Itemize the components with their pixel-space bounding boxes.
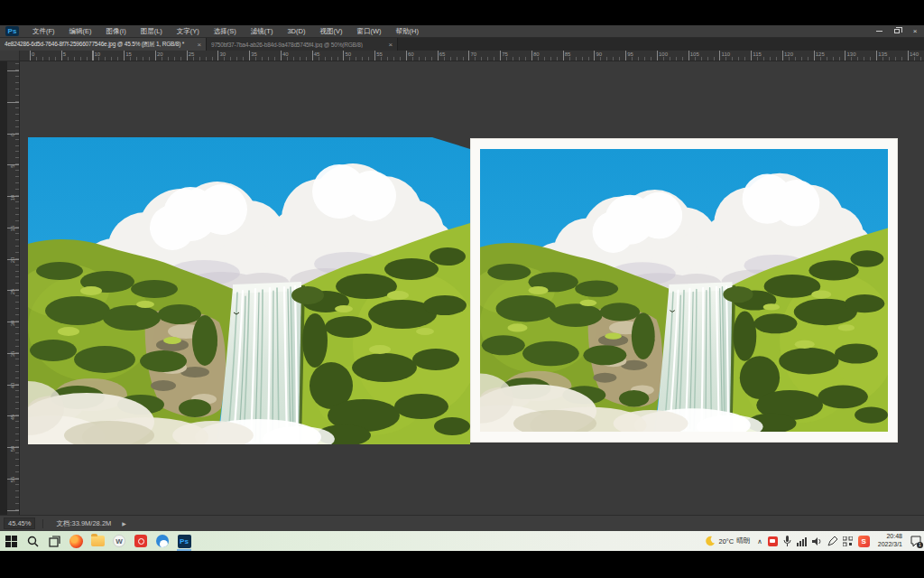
restore-button[interactable]	[888, 25, 906, 38]
network-icon[interactable]	[794, 531, 809, 551]
weather-condition[interactable]: 晴朗	[736, 536, 750, 545]
document-tab-active[interactable]: 4e824286-6d5d-7646-8f7f-25966077546e.jpg…	[0, 38, 207, 51]
document-tabbar: 4e824286-6d5d-7646-8f7f-25966077546e.jpg…	[0, 38, 924, 51]
waterfall-painting	[28, 137, 470, 444]
menu-image[interactable]: 图像(I)	[99, 25, 134, 38]
menu-type[interactable]: 文字(Y)	[170, 25, 207, 38]
taskbar-clock[interactable]: 20:48 2022/3/1	[873, 533, 908, 549]
restore-icon	[894, 29, 900, 33]
menubar: Ps 文件(F) 编辑(E) 图像(I) 图层(L) 文字(Y) 选择(S) 滤…	[0, 25, 924, 38]
microphone-icon[interactable]	[781, 531, 794, 551]
taskbar-red-app-button[interactable]	[130, 531, 152, 551]
menu-3d[interactable]: 3D(D)	[280, 25, 312, 38]
ruler-corner	[0, 51, 20, 61]
taskbar-browser-button[interactable]	[65, 531, 87, 551]
pasteboard-corner-wedge	[432, 137, 470, 150]
reference-photo-frame[interactable]	[470, 138, 898, 443]
document-tab-inactive[interactable]: 9750bf37-7ba4-ab26-b84d-9a478d5745f4.jpg…	[207, 38, 398, 51]
taskbar-blue-app-button[interactable]	[152, 531, 173, 551]
sogou-input-icon[interactable]: S	[855, 531, 873, 551]
weather-temperature[interactable]: 20°C	[718, 537, 734, 545]
start-button[interactable]	[0, 531, 22, 551]
menu-window[interactable]: 窗口(W)	[349, 25, 388, 38]
window-controls: ×	[870, 25, 924, 38]
ruler-v[interactable]: 0510152025303540455055	[7, 61, 20, 515]
pen-input-icon[interactable]	[825, 531, 840, 551]
folder-icon	[91, 536, 105, 546]
panel-edge	[0, 61, 7, 515]
notification-badge: 1	[917, 542, 923, 548]
tab-title: 9750bf37-7ba4-ab26-b84d-9a478d5745f4.jpg…	[211, 42, 385, 48]
windows-logo-icon	[5, 536, 17, 547]
ruler-h[interactable]: 0510152025303540455055606570758085909510…	[20, 51, 924, 61]
red-circle-app-icon	[134, 535, 147, 547]
document-canvas-left[interactable]	[28, 137, 470, 444]
file-explorer-button[interactable]	[87, 531, 108, 551]
task-view-button[interactable]	[43, 531, 65, 551]
menu-filter[interactable]: 滤镜(T)	[244, 25, 281, 38]
minimize-icon	[876, 31, 882, 32]
menu-help[interactable]: 帮助(H)	[389, 25, 426, 38]
search-icon	[27, 536, 39, 547]
menu-select[interactable]: 选择(S)	[207, 25, 244, 38]
menu-file[interactable]: 文件(F)	[25, 25, 62, 38]
letterbox-top	[0, 0, 924, 25]
statusbar-options-arrow[interactable]: ▶	[122, 520, 126, 527]
tray-bilibili-icon[interactable]	[765, 531, 781, 551]
system-tray: 20°C 晴朗 ∧ S	[702, 531, 924, 551]
tab-close-icon[interactable]: ×	[198, 41, 201, 49]
qr-scan-icon[interactable]	[840, 531, 855, 551]
action-center-button[interactable]: 1	[908, 531, 924, 551]
letterbox-bottom	[0, 551, 924, 578]
clock-time: 20:48	[886, 533, 902, 541]
reference-photo	[480, 149, 888, 432]
w-app-icon: W	[113, 535, 125, 547]
taskbar-search-button[interactable]	[22, 531, 43, 551]
statusbar-divider	[42, 519, 43, 528]
canvas-pasteboard[interactable]	[20, 61, 924, 515]
taskbar-w-app-button[interactable]: W	[108, 531, 130, 551]
screen: Ps 文件(F) 编辑(E) 图像(I) 图层(L) 文字(Y) 选择(S) 滤…	[0, 0, 924, 578]
zoom-level-field[interactable]: 45.45%	[4, 517, 35, 529]
tab-title: 4e824286-6d5d-7646-8f7f-25966077546e.jpg…	[5, 41, 194, 49]
weather-moon-icon[interactable]	[702, 531, 718, 551]
task-view-icon	[49, 536, 60, 547]
taskbar-photoshop-button[interactable]: Ps	[173, 531, 195, 551]
photoshop-logo-icon[interactable]: Ps	[5, 26, 19, 36]
speaker-icon[interactable]	[809, 531, 825, 551]
waterfall-painting-reference	[480, 149, 888, 432]
menu-edit[interactable]: 编辑(E)	[62, 25, 99, 38]
tab-close-icon[interactable]: ×	[389, 41, 393, 49]
photoshop-app-icon: Ps	[178, 535, 191, 548]
taskbar: W Ps 20°C 晴朗 ∧	[0, 531, 924, 551]
minimize-button[interactable]	[870, 25, 888, 38]
browser-flame-icon	[69, 535, 83, 548]
menu-layer[interactable]: 图层(L)	[134, 25, 170, 38]
blue-circle-app-icon	[156, 535, 169, 547]
statusbar: 45.45% 文档:33.9M/28.2M ▶	[0, 515, 924, 531]
close-button[interactable]: ×	[906, 25, 924, 38]
tray-expand-chevron[interactable]: ∧	[754, 531, 765, 551]
clock-date: 2022/3/1	[878, 541, 902, 549]
menu-view[interactable]: 视图(V)	[312, 25, 349, 38]
document-size-info: 文档:33.9M/28.2M	[51, 518, 116, 529]
